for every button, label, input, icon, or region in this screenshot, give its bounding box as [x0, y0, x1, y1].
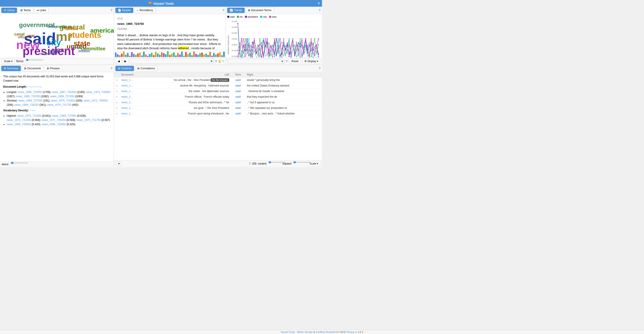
chevron-down-icon2[interactable]: ▾: [222, 60, 224, 63]
table-row[interactable]: +news_1...our goal , * the Vice Presiden…: [114, 105, 322, 111]
expand-slider[interactable]: [293, 162, 306, 166]
expand-row-button[interactable]: +: [114, 77, 120, 83]
highest-vocab-5[interactable]: news_1975_731750: [76, 118, 100, 122]
table-row[interactable]: +news_1...receive Mr. Humphrey . Informe…: [114, 83, 322, 88]
table-row[interactable]: +news_1...the visitor , the diplomatic s…: [114, 88, 322, 94]
reader-next-button[interactable]: ▶: [122, 58, 128, 64]
trends-tab[interactable]: 📈 Trends: [227, 8, 245, 13]
table-row[interactable]: +news_1...French upon being introduced .…: [114, 111, 322, 116]
cirrus-panel: 👁 Cirrus ⊞ Terms ⇌ Links ? governmentsai…: [0, 7, 114, 64]
mini-bar: [175, 56, 177, 57]
reader-search[interactable]: ▾: [129, 58, 214, 64]
contexts-select-help[interactable]: ?: [249, 162, 251, 166]
table-row[interactable]: +news_1...French official . French offic…: [114, 94, 322, 100]
cirrus-help-button[interactable]: ?: [110, 8, 112, 12]
expand-row-button[interactable]: +: [114, 105, 120, 111]
mini-bar: [219, 52, 221, 57]
bulb-icon[interactable]: 💡: [218, 60, 222, 63]
trends-select-help[interactable]: ?: [286, 60, 288, 63]
longest-doc-3[interactable]: news_1973_730950: [86, 90, 110, 94]
table-row[interactable]: +news_1...his arrival , the . Vice Presi…: [114, 77, 322, 83]
contexts-help-button[interactable]: ?: [319, 66, 321, 70]
shortest-doc-1[interactable]: news_1969_727650: [18, 99, 42, 102]
mini-bar: [205, 54, 207, 57]
context-doc[interactable]: news_1...: [120, 77, 143, 83]
mini-bar: [189, 53, 191, 57]
svg-text:0.020: 0.020: [232, 43, 237, 46]
context-doc[interactable]: news_1...: [120, 88, 143, 94]
longest-doc-1[interactable]: news_1966_725650: [18, 90, 42, 94]
shortest-doc-5[interactable]: news_1975_731750: [47, 103, 71, 106]
longest-doc-4[interactable]: news_1966_725250: [16, 95, 40, 98]
trends-help-button[interactable]: ?: [319, 8, 321, 12]
word-cloud-word-american[interactable]: american: [90, 27, 114, 34]
topbar-help-button[interactable]: ?: [318, 2, 320, 5]
cirrus-tab[interactable]: 👁 Cirrus: [1, 8, 17, 13]
chevron-down-icon: ▾: [11, 60, 12, 63]
reader-search-help[interactable]: ?: [215, 60, 217, 63]
trends-term-select[interactable]: ▾: [228, 59, 284, 64]
contexts-term-select[interactable]: ▾: [116, 162, 121, 166]
word-cloud-word-million[interactable]: million: [78, 49, 90, 53]
expand-row-button[interactable]: +: [114, 94, 120, 100]
expand-row-button[interactable]: +: [114, 83, 120, 88]
context-doc[interactable]: news_1...: [120, 83, 143, 88]
context-doc[interactable]: news_1...: [120, 100, 143, 105]
reader-prev-button[interactable]: ◀: [116, 58, 122, 64]
terms-tab[interactable]: ⊞ Terms: [18, 8, 33, 13]
mini-bar: [155, 52, 156, 57]
highest-vocab-3[interactable]: news_1974_731550: [7, 118, 31, 122]
word-cloud-word-college[interactable]: college: [71, 46, 82, 49]
context-doc[interactable]: news_1...: [120, 105, 143, 111]
display-button[interactable]: ⚙ Display ▾: [302, 59, 320, 64]
mini-bar: [115, 52, 116, 57]
mini-bar: [187, 54, 189, 57]
context-left: Russia and thOe astronauts , * he: [143, 100, 231, 105]
context-doc[interactable]: news_1...: [120, 111, 143, 116]
shortest-doc-4[interactable]: news_1969_728250: [14, 103, 39, 106]
expand-row-button[interactable]: +: [114, 88, 120, 94]
svg-point-90: [288, 38, 290, 40]
context-slider[interactable]: [268, 162, 281, 166]
shortest-doc-2[interactable]: news_1975_731850: [51, 99, 75, 102]
longest-doc-2[interactable]: news_1967_726450: [52, 90, 76, 94]
word-cloud-word-officials[interactable]: officials: [18, 35, 30, 39]
lowest-vocab-1[interactable]: news_1966_725650: [7, 123, 31, 126]
doc-terms-tab[interactable]: ⊞ Document Terms: [246, 8, 274, 13]
reader-tab[interactable]: 📄 Reader: [116, 8, 133, 13]
svg-point-66: [252, 46, 253, 48]
items-slider[interactable]: [10, 162, 28, 166]
expand-row-button[interactable]: +: [114, 100, 120, 105]
shortest-doc-3[interactable]: news_1973_730850: [84, 99, 108, 102]
highest-vocab-2[interactable]: news_1969_727650: [52, 114, 76, 117]
expand-row-button[interactable]: +: [114, 111, 120, 116]
mini-bar: [201, 52, 203, 57]
correlations-tab[interactable]: ⊞ Correlations: [135, 66, 158, 71]
links-tab[interactable]: ⇌ Links: [34, 8, 48, 13]
contexts-tab[interactable]: ⊞ Contexts: [116, 66, 134, 71]
summary-help-button[interactable]: ?: [110, 66, 112, 70]
trends-panel: 📈 Trends ⊞ Document Terms ? saidmrpresid…: [226, 7, 322, 64]
summary-tab[interactable]: ⊞ Summary: [1, 66, 21, 71]
reader-help-button[interactable]: ?: [222, 8, 224, 12]
table-icon: ⊞: [20, 9, 22, 12]
table-row[interactable]: +news_1...Russia and thOe astronauts , *…: [114, 100, 322, 105]
lowest-vocab-2[interactable]: news_1966_725650: [42, 123, 66, 126]
terms-slider[interactable]: [25, 60, 43, 63]
context-doc[interactable]: news_1...: [120, 94, 143, 100]
termberry-tab[interactable]: ○ TermsBerry: [134, 8, 156, 13]
svg-point-77: [305, 38, 306, 40]
longest-doc-5[interactable]: news_1968_727450: [50, 95, 74, 98]
word-cloud-word-south[interactable]: south: [56, 24, 66, 28]
reset-button[interactable]: Reset: [289, 59, 301, 64]
word-cloud-word-program[interactable]: program: [40, 52, 53, 55]
documents-tab[interactable]: ⊞ Documents: [22, 66, 44, 71]
svg-point-104: [274, 38, 275, 40]
highest-vocab-4[interactable]: news_1971_729450: [42, 118, 66, 122]
word-cloud-word-political[interactable]: political: [67, 27, 78, 31]
col-left: Left: [143, 72, 231, 77]
legend-dot: [260, 16, 262, 18]
highest-vocab-1[interactable]: news_1975_731850: [17, 114, 41, 117]
scale-button[interactable]: Scale ▾: [2, 59, 14, 64]
phrases-tab[interactable]: ⊞ Phrases: [44, 66, 62, 71]
